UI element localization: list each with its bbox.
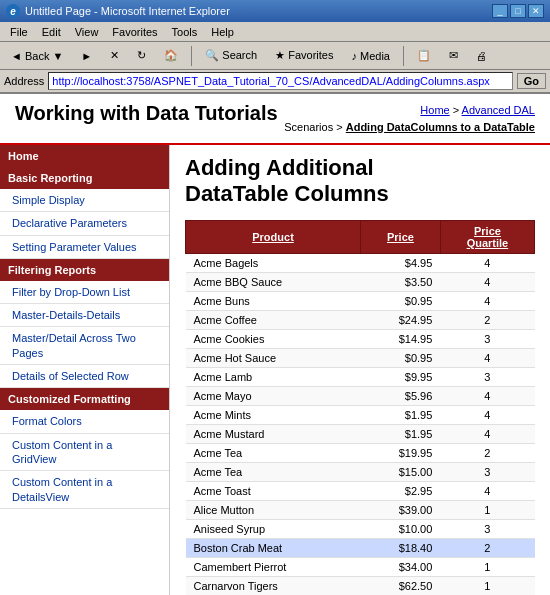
table-row: Boston Crab Meat$18.402 (186, 538, 535, 557)
table-row: Acme BBQ Sauce$3.504 (186, 272, 535, 291)
cell-quartile: 4 (440, 291, 534, 310)
menu-help[interactable]: Help (205, 24, 240, 40)
favorites-button[interactable]: ★ Favorites (268, 46, 340, 65)
sidebar-item-format-colors[interactable]: Format Colors (0, 410, 169, 433)
cell-price: $9.95 (361, 367, 441, 386)
menu-tools[interactable]: Tools (166, 24, 204, 40)
sidebar: Home Basic Reporting Simple Display Decl… (0, 145, 170, 595)
cell-quartile: 4 (440, 272, 534, 291)
sidebar-header-filtering: Filtering Reports (0, 259, 169, 281)
cell-quartile: 1 (440, 557, 534, 576)
table-row: Acme Bagels$4.954 (186, 253, 535, 272)
col-header-quartile: PriceQuartile (440, 220, 534, 253)
sidebar-item-declarative[interactable]: Declarative Parameters (0, 212, 169, 235)
col-header-product: Product (186, 220, 361, 253)
cell-quartile: 1 (440, 500, 534, 519)
maximize-button[interactable]: □ (510, 4, 526, 18)
cell-price: $62.50 (361, 576, 441, 595)
cell-product: Acme Lamb (186, 367, 361, 386)
page-content: Home Basic Reporting Simple Display Decl… (0, 145, 550, 595)
breadcrumb-sep1: > (453, 104, 462, 116)
table-row: Alice Mutton$39.001 (186, 500, 535, 519)
sidebar-item-master-details[interactable]: Master-Details-Details (0, 304, 169, 327)
table-row: Carnarvon Tigers$62.501 (186, 576, 535, 595)
breadcrumb-home[interactable]: Home (420, 104, 449, 116)
breadcrumb-section[interactable]: Advanced DAL (462, 104, 535, 116)
cell-quartile: 3 (440, 462, 534, 481)
print-button[interactable]: 🖨 (469, 47, 494, 65)
cell-quartile: 4 (440, 481, 534, 500)
table-row: Acme Hot Sauce$0.954 (186, 348, 535, 367)
menu-favorites[interactable]: Favorites (106, 24, 163, 40)
mail-button[interactable]: ✉ (442, 46, 465, 65)
refresh-button[interactable]: ↻ (130, 46, 153, 65)
home-button[interactable]: 🏠 (157, 46, 185, 65)
toolbar: ◄ Back ▼ ► ✕ ↻ 🏠 🔍 Search ★ Favorites ♪ … (0, 42, 550, 70)
minimize-button[interactable]: _ (492, 4, 508, 18)
cell-product: Acme Toast (186, 481, 361, 500)
cell-product: Acme Tea (186, 462, 361, 481)
history-button[interactable]: 📋 (410, 46, 438, 65)
breadcrumb-area: Home > Advanced DAL Scenarios > Adding D… (284, 102, 535, 135)
toolbar-separator (191, 46, 192, 66)
cell-price: $1.95 (361, 405, 441, 424)
cell-quartile: 4 (440, 405, 534, 424)
ie-icon: e (6, 4, 20, 18)
cell-price: $0.95 (361, 348, 441, 367)
cell-price: $34.00 (361, 557, 441, 576)
cell-price: $4.95 (361, 253, 441, 272)
cell-quartile: 3 (440, 519, 534, 538)
search-button[interactable]: 🔍 Search (198, 46, 264, 65)
back-button[interactable]: ◄ Back ▼ (4, 47, 70, 65)
cell-price: $14.95 (361, 329, 441, 348)
cell-product: Acme Bagels (186, 253, 361, 272)
sidebar-item-master-detail-pages[interactable]: Master/Detail Across Two Pages (0, 327, 169, 365)
cell-price: $24.95 (361, 310, 441, 329)
sidebar-item-custom-detailsview[interactable]: Custom Content in a DetailsView (0, 471, 169, 509)
sidebar-item-filter-dropdown[interactable]: Filter by Drop-Down List (0, 281, 169, 304)
cell-price: $2.95 (361, 481, 441, 500)
forward-button[interactable]: ► (74, 47, 99, 65)
cell-product: Acme BBQ Sauce (186, 272, 361, 291)
table-row: Acme Cookies$14.953 (186, 329, 535, 348)
sidebar-item-custom-gridview[interactable]: Custom Content in a GridView (0, 434, 169, 472)
cell-price: $10.00 (361, 519, 441, 538)
cell-price: $18.40 (361, 538, 441, 557)
cell-product: Carnarvon Tigers (186, 576, 361, 595)
sidebar-item-simple-display[interactable]: Simple Display (0, 189, 169, 212)
menu-view[interactable]: View (69, 24, 105, 40)
cell-price: $1.95 (361, 424, 441, 443)
window-controls[interactable]: _ □ ✕ (492, 4, 544, 18)
table-row: Acme Toast$2.954 (186, 481, 535, 500)
cell-product: Acme Buns (186, 291, 361, 310)
menu-file[interactable]: File (4, 24, 34, 40)
address-input[interactable] (48, 72, 512, 90)
sidebar-item-setting-params[interactable]: Setting Parameter Values (0, 236, 169, 259)
toolbar-separator2 (403, 46, 404, 66)
cell-quartile: 3 (440, 329, 534, 348)
breadcrumb-subsection: Scenarios (284, 121, 333, 133)
sidebar-item-details-selected[interactable]: Details of Selected Row (0, 365, 169, 388)
table-row: Acme Mints$1.954 (186, 405, 535, 424)
close-button[interactable]: ✕ (528, 4, 544, 18)
cell-price: $0.95 (361, 291, 441, 310)
title-bar: e Untitled Page - Microsoft Internet Exp… (0, 0, 550, 22)
menu-edit[interactable]: Edit (36, 24, 67, 40)
address-label: Address (4, 75, 44, 87)
cell-quartile: 1 (440, 576, 534, 595)
table-row: Acme Buns$0.954 (186, 291, 535, 310)
media-button[interactable]: ♪ Media (344, 47, 397, 65)
window-title: Untitled Page - Microsoft Internet Explo… (25, 5, 230, 17)
sidebar-header-basic: Basic Reporting (0, 167, 169, 189)
cell-product: Camembert Pierrot (186, 557, 361, 576)
sidebar-header-home: Home (0, 145, 169, 167)
table-row: Acme Tea$19.952 (186, 443, 535, 462)
cell-quartile: 2 (440, 443, 534, 462)
table-row: Aniseed Syrup$10.003 (186, 519, 535, 538)
table-row: Acme Mustard$1.954 (186, 424, 535, 443)
stop-button[interactable]: ✕ (103, 46, 126, 65)
table-row: Acme Tea$15.003 (186, 462, 535, 481)
cell-quartile: 2 (440, 538, 534, 557)
go-button[interactable]: Go (517, 73, 546, 89)
table-row: Acme Coffee$24.952 (186, 310, 535, 329)
